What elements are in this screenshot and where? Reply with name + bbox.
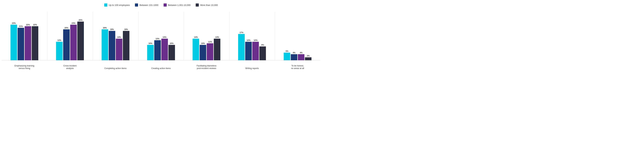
- bar-wrapper: 17%: [238, 32, 245, 60]
- bar-wrapper: 2%: [305, 55, 312, 60]
- category-label: Writing reports: [229, 67, 275, 70]
- bars-group: 20%19%14%19%: [100, 12, 131, 60]
- bar-value-label: 21%: [19, 25, 23, 27]
- category-label: To be honest,no areas at all: [275, 64, 320, 70]
- bar-wrapper: 23%: [70, 22, 77, 60]
- bar-value-label: 13%: [156, 38, 159, 40]
- bars-group: 12%20%23%25%: [54, 12, 86, 60]
- bar: [252, 42, 259, 60]
- bar-wrapper: 11%: [207, 41, 213, 60]
- bar: [207, 43, 213, 60]
- legend-label: More than 10,000: [200, 4, 218, 6]
- category-label: Cross-incidentanalysis: [47, 64, 93, 70]
- bar-wrapper: 12%: [252, 39, 259, 60]
- bar-value-label: 14%: [215, 36, 219, 38]
- bar-wrapper: 22%: [25, 24, 31, 60]
- baseline: [47, 60, 93, 60]
- bar: [123, 31, 130, 60]
- bar: [18, 28, 24, 60]
- bar-wrapper: 4%: [298, 52, 304, 60]
- bar-value-label: 4%: [293, 52, 296, 54]
- legend-swatch: [164, 4, 167, 6]
- bar-value-label: 4%: [300, 52, 302, 54]
- bar-value-label: 17%: [240, 32, 243, 34]
- bar: [291, 54, 297, 60]
- chart-container: Up to 100 employeesBetween 101-1000Betwe…: [0, 0, 322, 72]
- bar-value-label: 12%: [254, 39, 258, 41]
- bar-wrapper: 13%: [154, 38, 161, 60]
- category-label: Facilitating blamelesspost-incident revi…: [184, 64, 229, 70]
- bar-wrapper: 19%: [123, 28, 130, 60]
- bar-value-label: 2%: [307, 55, 310, 57]
- bar: [200, 45, 206, 60]
- bar: [284, 53, 290, 60]
- bar: [245, 42, 252, 60]
- baseline: [2, 60, 47, 60]
- baseline: [275, 60, 320, 60]
- bar-wrapper: 23%: [10, 22, 17, 60]
- bars-group: 17%12%12%9%: [236, 12, 268, 60]
- bar: [116, 39, 122, 60]
- bar-wrapper: 14%: [192, 36, 199, 60]
- bar-wrapper: 9%: [259, 44, 266, 60]
- category: 17%12%12%9%Writing reports: [229, 12, 275, 60]
- bar-wrapper: 21%: [18, 25, 24, 60]
- bar: [192, 39, 199, 60]
- legend-label: Between 1,001-10,000: [168, 4, 191, 6]
- category: 5%4%4%2%To be honest,no areas at all: [275, 12, 320, 60]
- bar-value-label: 14%: [194, 36, 198, 38]
- bar-wrapper: 14%: [116, 36, 122, 60]
- bar-value-label: 20%: [103, 27, 107, 29]
- bar: [147, 45, 154, 60]
- legend-label: Between 101-1000: [140, 4, 158, 6]
- legend-swatch: [104, 4, 107, 6]
- bar-wrapper: 19%: [109, 28, 115, 60]
- bar: [102, 29, 108, 60]
- bar: [32, 26, 38, 60]
- legend-item: Up to 100 employees: [104, 4, 130, 6]
- bar-wrapper: 4%: [291, 52, 297, 60]
- bar: [56, 42, 63, 60]
- legend-item: Between 101-1000: [135, 4, 158, 6]
- category-label: Completing action items: [93, 67, 138, 70]
- bar: [305, 57, 312, 60]
- bar-value-label: 19%: [110, 28, 114, 30]
- bar-value-label: 22%: [33, 24, 37, 26]
- category-label: Creating action items: [138, 67, 184, 70]
- bar-value-label: 22%: [26, 24, 30, 26]
- bars-group: 14%10%11%14%: [191, 12, 222, 60]
- bar: [63, 29, 70, 60]
- bar-value-label: 9%: [261, 44, 264, 46]
- bar: [168, 45, 175, 60]
- bar: [259, 46, 266, 60]
- legend-item: More than 10,000: [196, 4, 218, 6]
- bar-value-label: 10%: [170, 42, 174, 44]
- bar-wrapper: 10%: [147, 42, 154, 60]
- bars-group: 5%4%4%2%: [282, 12, 313, 60]
- bar-value-label: 12%: [246, 39, 250, 41]
- bar: [214, 39, 220, 60]
- bar-wrapper: 12%: [56, 39, 63, 60]
- bar-wrapper: 5%: [284, 50, 290, 60]
- category: 12%20%23%25%Cross-incidentanalysis: [47, 12, 93, 60]
- category: 14%10%11%14%Facilitating blamelesspost-i…: [184, 12, 229, 60]
- bar: [154, 40, 161, 60]
- bar: [238, 34, 245, 60]
- bar-value-label: 14%: [162, 36, 166, 38]
- legend-label: Up to 100 employees: [109, 4, 130, 6]
- bar-value-label: 11%: [208, 41, 212, 43]
- legend-item: Between 1,001-10,000: [164, 4, 191, 6]
- category: 23%21%22%22%Emphasizing learningversus f…: [2, 12, 47, 60]
- bar-value-label: 19%: [124, 28, 128, 30]
- bar-value-label: 23%: [72, 22, 76, 24]
- bars-group: 10%13%14%10%: [146, 12, 177, 60]
- bar-wrapper: 14%: [161, 36, 168, 60]
- category: 20%19%14%19%Completing action items: [93, 12, 138, 60]
- bar: [10, 25, 17, 60]
- baseline: [138, 60, 184, 60]
- category-label: Emphasizing learningversus fixing: [2, 64, 47, 70]
- bar: [109, 31, 115, 60]
- bar: [161, 39, 168, 60]
- bar-wrapper: 22%: [32, 24, 38, 60]
- bar-wrapper: 10%: [168, 42, 175, 60]
